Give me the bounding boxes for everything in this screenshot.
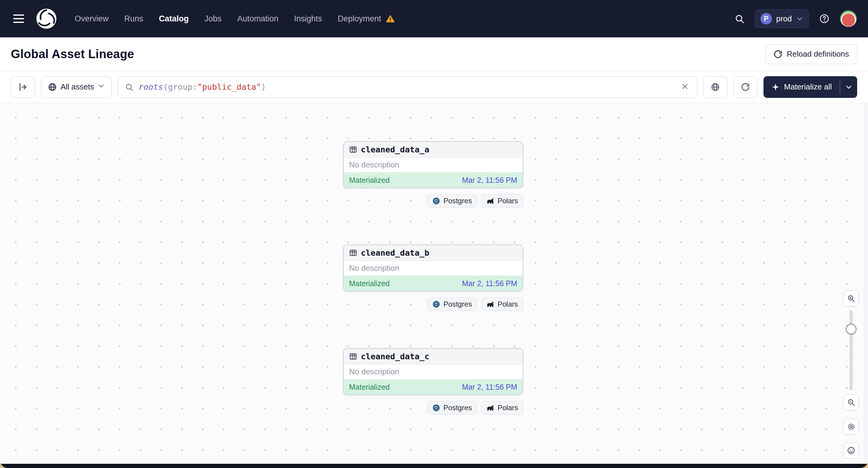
asset-name: cleaned_data_c (361, 352, 430, 361)
asset-description: No description (344, 261, 523, 276)
materialize-all-label: Materialize all (784, 82, 832, 92)
lineage-canvas[interactable]: cleaned_data_a No description Materializ… (0, 103, 868, 464)
feedback-smiley-icon[interactable] (843, 443, 859, 458)
open-panel-button[interactable] (11, 76, 35, 98)
materialization-timestamp[interactable]: Mar 2, 11:56 PM (462, 383, 517, 392)
asset-node-group: cleaned_data_a No description Materializ… (343, 141, 523, 208)
asset-description: No description (344, 365, 523, 379)
zoom-in-icon[interactable] (843, 291, 859, 306)
postgres-icon (432, 300, 440, 308)
vertical-scrollbar[interactable] (864, 103, 868, 464)
asset-node-cleaned-data-b[interactable]: cleaned_data_b No description Materializ… (343, 245, 523, 291)
tag-label: Polars (498, 404, 518, 412)
nav-automation[interactable]: Automation (237, 14, 279, 24)
tag-label: Polars (498, 300, 518, 308)
polars-icon (487, 197, 495, 205)
nav-deployment[interactable]: Deployment (338, 13, 396, 24)
refresh-icon (741, 83, 750, 92)
globe-icon (711, 83, 720, 92)
refresh-button[interactable] (733, 76, 757, 98)
warning-icon (385, 13, 396, 24)
materialize-options-icon[interactable] (840, 76, 857, 98)
sparkle-icon (771, 83, 780, 91)
asset-status-row: Materialized Mar 2, 11:56 PM (344, 379, 523, 395)
asset-filter-dropdown[interactable]: All assets (41, 76, 112, 98)
asset-status-row: Materialized Mar 2, 11:56 PM (344, 276, 523, 291)
zoom-slider-track[interactable] (849, 311, 852, 390)
asset-name: cleaned_data_a (361, 145, 430, 154)
avatar[interactable] (840, 10, 857, 27)
asset-node-cleaned-data-c[interactable]: cleaned_data_c No description Materializ… (343, 348, 523, 395)
status-badge: Materialized (349, 176, 390, 185)
reload-definitions-label: Reload definitions (787, 50, 849, 59)
materialization-timestamp[interactable]: Mar 2, 11:56 PM (462, 176, 517, 185)
tag-label: Postgres (443, 300, 472, 308)
polars-icon (487, 404, 495, 412)
asset-selection-input[interactable]: roots(group:"public_data") (118, 76, 697, 98)
clear-query-icon[interactable] (679, 82, 690, 92)
asset-selection-query: roots(group:"public_data") (138, 82, 266, 92)
help-icon[interactable] (817, 12, 831, 26)
navbar-right-cluster: P prod (733, 9, 857, 28)
table-icon (349, 146, 357, 154)
chevron-down-icon (796, 15, 803, 22)
zoom-slider-handle[interactable] (846, 324, 857, 335)
nav-runs[interactable]: Runs (124, 14, 143, 24)
deployment-switcher[interactable]: P prod (755, 9, 809, 28)
reload-icon (773, 50, 782, 59)
materialization-timestamp[interactable]: Mar 2, 11:56 PM (462, 279, 517, 288)
status-badge: Materialized (349, 279, 390, 288)
group-filter-button[interactable] (703, 76, 727, 98)
asset-name: cleaned_data_b (361, 248, 430, 257)
page-header: Global Asset Lineage Reload definitions (0, 37, 868, 71)
page-title: Global Asset Lineage (11, 47, 134, 61)
window-bottom-edge (0, 464, 868, 468)
zoom-slider[interactable] (843, 306, 859, 395)
canvas-controls (843, 291, 859, 458)
nav-catalog[interactable]: Catalog (159, 14, 189, 24)
top-navbar: Overview Runs Catalog Jobs Automation In… (0, 0, 868, 37)
asset-status-row: Materialized Mar 2, 11:56 PM (344, 173, 523, 188)
dagster-logo[interactable] (35, 7, 58, 30)
asset-filter-label: All assets (61, 82, 94, 92)
tag-label: Polars (498, 197, 518, 205)
tag-label: Postgres (443, 197, 472, 205)
tag-polars[interactable]: Polars (481, 401, 523, 414)
tag-postgres[interactable]: Postgres (427, 194, 477, 208)
tag-label: Postgres (443, 404, 472, 412)
materialize-all-button[interactable]: Materialize all (764, 76, 840, 98)
tag-polars[interactable]: Polars (481, 298, 523, 311)
asset-node-cleaned-data-a[interactable]: cleaned_data_a No description Materializ… (343, 141, 523, 188)
menu-icon[interactable] (11, 12, 27, 25)
asset-description: No description (344, 157, 523, 173)
search-icon[interactable] (733, 12, 746, 26)
table-icon (349, 352, 357, 361)
nav-insights[interactable]: Insights (294, 14, 322, 24)
graph-settings-gear-icon[interactable] (843, 419, 859, 435)
asset-card-header: cleaned_data_a (344, 142, 523, 157)
app-window: Overview Runs Catalog Jobs Automation In… (0, 0, 868, 468)
asset-tags: Postgres Polars (343, 401, 523, 414)
tag-polars[interactable]: Polars (481, 194, 523, 208)
asset-card-header: cleaned_data_c (344, 349, 523, 365)
chevron-down-icon (98, 82, 105, 92)
primary-nav: Overview Runs Catalog Jobs Automation In… (75, 13, 396, 24)
polars-icon (487, 300, 495, 308)
nav-overview[interactable]: Overview (75, 14, 109, 24)
tag-postgres[interactable]: Postgres (427, 401, 477, 414)
globe-icon (48, 83, 57, 92)
materialize-split-button: Materialize all (764, 76, 857, 98)
asset-node-group: cleaned_data_c No description Materializ… (343, 348, 523, 414)
status-badge: Materialized (349, 383, 390, 392)
asset-node-group: cleaned_data_b No description Materializ… (343, 245, 523, 311)
asset-tags: Postgres Polars (343, 194, 523, 208)
deployment-name: prod (776, 14, 792, 24)
tag-postgres[interactable]: Postgres (427, 298, 477, 311)
reload-definitions-button[interactable]: Reload definitions (765, 44, 857, 64)
postgres-icon (432, 197, 440, 205)
nav-jobs[interactable]: Jobs (205, 14, 222, 24)
asset-tags: Postgres Polars (343, 298, 523, 311)
zoom-out-icon[interactable] (843, 395, 859, 410)
table-icon (349, 249, 357, 257)
nav-deployment-label: Deployment (338, 14, 381, 24)
